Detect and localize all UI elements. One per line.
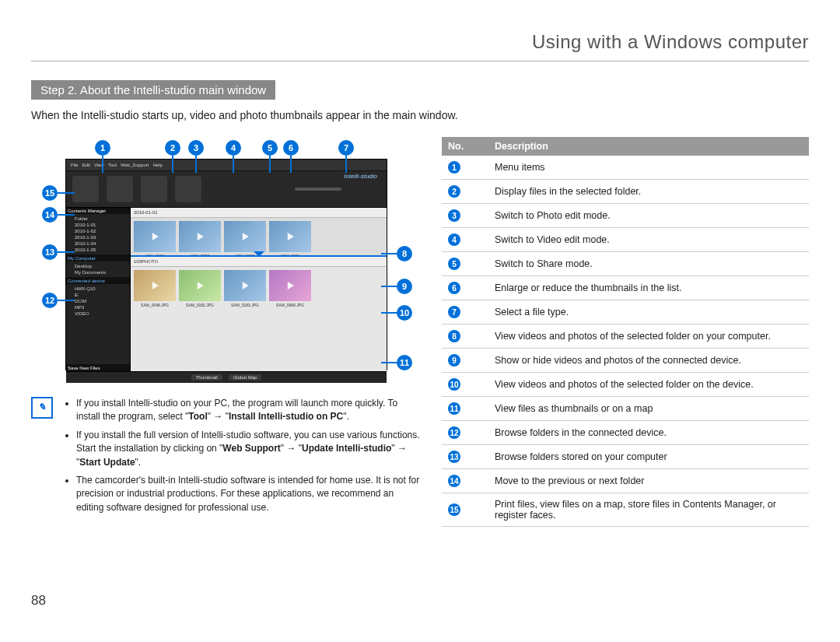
- callout-badge: 6: [283, 140, 299, 156]
- device-item: VIDEO: [68, 310, 128, 317]
- bottom-pane-header: 100PHOTO: [131, 257, 387, 267]
- device-pane: 100PHOTO SAM_0048.JPG SAM_0182.JPG SAM_0…: [131, 255, 387, 371]
- top-pane-header: 2010-01-01: [131, 208, 387, 218]
- table-row: 7Select a file type.: [442, 300, 809, 325]
- callout-badge: 9: [397, 279, 412, 294]
- number-badge: 14: [448, 475, 460, 487]
- callout-badge: 8: [397, 246, 412, 261]
- number-badge: 9: [448, 354, 460, 367]
- row-number-cell: 11: [442, 397, 488, 421]
- note-item: If you install the full version of Intel…: [76, 429, 420, 469]
- note-box: ✎ If you install Intelli-studio on your …: [31, 397, 420, 519]
- two-column-layout: File Edit View Tool Web_Support Help Int…: [31, 137, 809, 527]
- left-column: File Edit View Tool Web_Support Help Int…: [31, 137, 420, 519]
- table-row: 14Move to the previous or next folder: [442, 469, 809, 493]
- row-desc-cell: Switch to Video edit mode.: [488, 228, 809, 252]
- folder-item: 2010-1-02: [68, 228, 128, 234]
- callout-badge: 13: [42, 244, 58, 260]
- table-row: 2Display files in the selected folder.: [442, 180, 809, 204]
- callout-leader-line: [102, 156, 103, 173]
- row-desc-cell: Print files, view files on a map, store …: [488, 493, 809, 527]
- row-number-cell: 5: [442, 252, 488, 276]
- note-item: If you install Intelli-studio on your PC…: [76, 397, 420, 424]
- thumbnail-row-top: HDV_0001 HDV_0002 HDV_0003 HDV_0004: [131, 218, 387, 255]
- thumbnail-size-slider: [295, 188, 341, 191]
- table-row: 13Browse folders stored on your computer: [442, 445, 809, 469]
- number-badge: 8: [448, 330, 460, 342]
- callout-badge: 11: [397, 355, 412, 370]
- device-item: HMX-Q10: [68, 286, 128, 292]
- callout-leader-line: [233, 156, 234, 173]
- map-view-button: Global Map: [229, 374, 262, 381]
- right-column: No. Description 1Menu items2Display file…: [442, 137, 809, 527]
- contents-manager-panel: Contents Manager Folder 2010-1-01 2010-1…: [66, 208, 130, 255]
- table-row: 8View videos and photos of the selected …: [442, 325, 809, 349]
- row-number-cell: 7: [442, 300, 488, 325]
- callout-leader-line: [381, 286, 398, 287]
- page-title: Using with a Windows computer: [31, 31, 809, 61]
- number-badge: 2: [448, 185, 460, 198]
- callout-leader-line: [195, 156, 197, 173]
- folders-label: Folder: [68, 216, 128, 222]
- row-desc-cell: View files as thumbnails or on a map: [488, 397, 809, 421]
- callout-leader-line: [58, 251, 75, 253]
- row-desc-cell: View videos and photos of the selected f…: [488, 373, 809, 397]
- callout-badge: 12: [42, 293, 58, 308]
- col-header-no: No.: [442, 137, 488, 156]
- table-row: 1Menu items: [442, 156, 809, 180]
- row-number-cell: 3: [442, 204, 488, 228]
- row-desc-cell: Select a file type.: [488, 300, 809, 325]
- row-desc-cell: Move to the previous or next folder: [488, 469, 809, 493]
- video-thumb: HDV_0001: [134, 221, 176, 252]
- note-list: If you install Intelli-studio on your PC…: [62, 397, 420, 519]
- row-number-cell: 4: [442, 228, 488, 252]
- menu-item: Help: [153, 163, 163, 167]
- app-sidebar: Contents Manager Folder 2010-1-01 2010-1…: [66, 208, 131, 371]
- row-desc-cell: Show or hide videos and photos of the co…: [488, 349, 809, 373]
- callout-leader-line: [345, 156, 347, 173]
- callout-badge: 14: [42, 207, 58, 223]
- row-number-cell: 10: [442, 373, 488, 397]
- callout-badge: 5: [262, 140, 278, 156]
- table-row: 9Show or hide videos and photos of the c…: [442, 349, 809, 373]
- number-badge: 6: [448, 282, 460, 294]
- row-desc-cell: Menu items: [488, 156, 809, 180]
- menu-item: File: [71, 163, 79, 167]
- panel-header: My Computer: [66, 255, 130, 261]
- row-number-cell: 2: [442, 180, 488, 204]
- menu-item: Tool: [108, 163, 117, 167]
- panel-header: Connected device: [66, 278, 130, 284]
- photo-thumb: SAM_0048.JPG: [134, 270, 176, 301]
- photo-thumb: SAM_0969.JPG: [269, 270, 311, 301]
- row-desc-cell: Switch to Photo edit mode.: [488, 204, 809, 228]
- row-desc-cell: Switch to Share mode.: [488, 252, 809, 276]
- row-desc-cell: View videos and photos of the selected f…: [488, 325, 809, 349]
- number-badge: 11: [448, 402, 460, 415]
- photo-thumb: SAM_0182.JPG: [179, 270, 221, 301]
- table-row: 12Browse folders in the connected device…: [442, 421, 809, 445]
- folder-item: 2010-1-03: [68, 234, 128, 240]
- sidebar-footer: Save New Files: [66, 365, 130, 371]
- callout-leader-line: [58, 192, 75, 194]
- row-desc-cell: Browse folders in the connected device.: [488, 421, 809, 445]
- table-row: 5Switch to Share mode.: [442, 252, 809, 276]
- app-toolbar: Intelli-studio: [66, 171, 387, 208]
- callout-leader-line: [381, 253, 398, 254]
- intro-text: When the Intelli-studio starts up, video…: [31, 109, 809, 121]
- table-row: 4Switch to Video edit mode.: [442, 228, 809, 252]
- table-row: 10View videos and photos of the selected…: [442, 373, 809, 397]
- app-window: File Edit View Tool Web_Support Help Int…: [65, 159, 387, 370]
- annotated-screenshot: File Edit View Tool Web_Support Help Int…: [31, 137, 420, 378]
- callout-badge: 2: [165, 140, 180, 156]
- callout-badge: 1: [95, 140, 110, 156]
- menu-item: Edit: [82, 163, 90, 167]
- toolbar-library-icon: [72, 176, 99, 202]
- document-page: Using with a Windows computer Step 2. Ab…: [0, 0, 840, 623]
- app-menubar: File Edit View Tool Web_Support Help: [66, 160, 387, 171]
- page-number: 88: [31, 593, 46, 609]
- table-row: 3Switch to Photo edit mode.: [442, 204, 809, 228]
- panel-header: Contents Manager: [66, 208, 130, 214]
- table-row: 6Enlarge or reduce the thumbnails in the…: [442, 276, 809, 300]
- callout-leader-line: [381, 362, 398, 363]
- photo-thumb: SAM_0183.JPG: [224, 270, 266, 301]
